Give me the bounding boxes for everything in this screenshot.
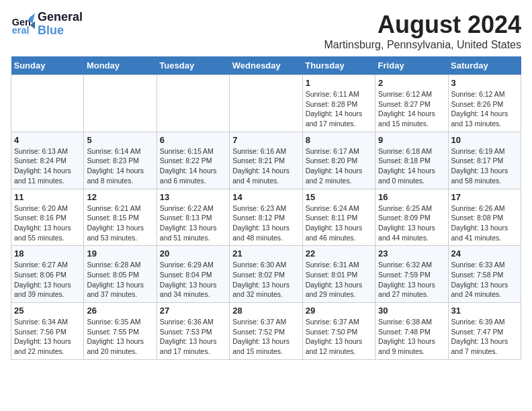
day-number: 3 [451,78,518,88]
calendar-cell: 19Sunrise: 6:28 AM Sunset: 8:05 PM Dayli… [84,246,157,303]
logo-icon: Gen eral [11,12,35,36]
day-info: Sunrise: 6:37 AM Sunset: 7:52 PM Dayligh… [232,317,299,357]
header-saturday: Saturday [448,56,521,75]
calendar-cell [11,75,84,132]
day-number: 6 [160,135,226,145]
day-number: 4 [14,135,81,145]
calendar-week-3: 11Sunrise: 6:20 AM Sunset: 8:16 PM Dayli… [11,189,521,246]
calendar-cell: 22Sunrise: 6:31 AM Sunset: 8:01 PM Dayli… [302,246,375,303]
day-number: 21 [232,248,299,259]
calendar-cell: 9Sunrise: 6:18 AM Sunset: 8:18 PM Daylig… [375,132,448,189]
day-info: Sunrise: 6:30 AM Sunset: 8:02 PM Dayligh… [232,260,299,300]
day-number: 1 [306,78,372,88]
calendar-cell: 31Sunrise: 6:39 AM Sunset: 7:47 PM Dayli… [448,303,521,360]
calendar-cell [157,75,229,132]
calendar-cell [84,75,157,132]
calendar-cell: 16Sunrise: 6:25 AM Sunset: 8:09 PM Dayli… [375,189,448,246]
day-info: Sunrise: 6:34 AM Sunset: 7:56 PM Dayligh… [14,317,81,357]
day-info: Sunrise: 6:33 AM Sunset: 7:58 PM Dayligh… [451,260,518,300]
calendar-week-4: 18Sunrise: 6:27 AM Sunset: 8:06 PM Dayli… [11,246,521,303]
calendar-cell: 25Sunrise: 6:34 AM Sunset: 7:56 PM Dayli… [11,303,84,360]
day-info: Sunrise: 6:12 AM Sunset: 8:26 PM Dayligh… [451,89,518,129]
day-number: 13 [160,192,226,202]
day-info: Sunrise: 6:26 AM Sunset: 8:08 PM Dayligh… [451,203,518,243]
header-sunday: Sunday [11,56,84,75]
calendar-cell: 13Sunrise: 6:22 AM Sunset: 8:13 PM Dayli… [157,189,229,246]
calendar-table: SundayMondayTuesdayWednesdayThursdayFrid… [11,56,521,360]
day-info: Sunrise: 6:39 AM Sunset: 7:47 PM Dayligh… [451,317,518,357]
day-info: Sunrise: 6:29 AM Sunset: 8:04 PM Dayligh… [160,260,226,300]
header-thursday: Thursday [302,56,375,75]
day-number: 16 [378,192,445,202]
day-number: 20 [160,248,226,259]
day-number: 27 [160,306,226,316]
day-info: Sunrise: 6:25 AM Sunset: 8:09 PM Dayligh… [378,203,445,243]
calendar-week-2: 4Sunrise: 6:13 AM Sunset: 8:24 PM Daylig… [11,132,521,189]
day-info: Sunrise: 6:32 AM Sunset: 7:59 PM Dayligh… [378,260,445,300]
day-number: 8 [306,135,372,145]
svg-text:eral: eral [12,25,30,36]
day-info: Sunrise: 6:19 AM Sunset: 8:17 PM Dayligh… [451,146,518,186]
day-number: 7 [232,135,299,145]
logo: Gen eral General Blue [11,11,83,38]
calendar-cell: 8Sunrise: 6:17 AM Sunset: 8:20 PM Daylig… [302,132,375,189]
calendar-cell: 6Sunrise: 6:15 AM Sunset: 8:22 PM Daylig… [157,132,229,189]
day-number: 25 [14,306,81,316]
day-number: 29 [306,306,372,316]
day-number: 23 [378,248,445,259]
day-number: 11 [14,192,81,202]
calendar-cell: 24Sunrise: 6:33 AM Sunset: 7:58 PM Dayli… [448,246,521,303]
day-info: Sunrise: 6:15 AM Sunset: 8:22 PM Dayligh… [160,146,226,186]
calendar-cell: 15Sunrise: 6:24 AM Sunset: 8:11 PM Dayli… [302,189,375,246]
day-info: Sunrise: 6:17 AM Sunset: 8:20 PM Dayligh… [306,146,372,186]
day-number: 18 [14,248,81,259]
calendar-cell: 28Sunrise: 6:37 AM Sunset: 7:52 PM Dayli… [230,303,302,360]
calendar-cell: 1Sunrise: 6:11 AM Sunset: 8:28 PM Daylig… [302,75,375,132]
day-info: Sunrise: 6:23 AM Sunset: 8:12 PM Dayligh… [232,203,299,243]
day-info: Sunrise: 6:13 AM Sunset: 8:24 PM Dayligh… [14,146,81,186]
day-info: Sunrise: 6:24 AM Sunset: 8:11 PM Dayligh… [306,203,372,243]
calendar-cell: 2Sunrise: 6:12 AM Sunset: 8:27 PM Daylig… [375,75,448,132]
day-number: 19 [87,248,153,259]
day-info: Sunrise: 6:16 AM Sunset: 8:21 PM Dayligh… [232,146,299,186]
day-info: Sunrise: 6:35 AM Sunset: 7:55 PM Dayligh… [87,317,153,357]
header-friday: Friday [375,56,448,75]
day-number: 17 [451,192,518,202]
calendar-cell: 18Sunrise: 6:27 AM Sunset: 8:06 PM Dayli… [11,246,84,303]
calendar-cell: 27Sunrise: 6:36 AM Sunset: 7:53 PM Dayli… [157,303,229,360]
logo-blue: Blue [38,24,64,37]
logo-general: General [38,10,83,24]
title-area: August 2024 Martinsburg, Pennsylvania, U… [324,11,521,51]
calendar-cell: 7Sunrise: 6:16 AM Sunset: 8:21 PM Daylig… [230,132,302,189]
day-number: 9 [378,135,445,145]
calendar-cell: 23Sunrise: 6:32 AM Sunset: 7:59 PM Dayli… [375,246,448,303]
calendar-cell: 14Sunrise: 6:23 AM Sunset: 8:12 PM Dayli… [230,189,302,246]
day-info: Sunrise: 6:18 AM Sunset: 8:18 PM Dayligh… [378,146,445,186]
day-info: Sunrise: 6:37 AM Sunset: 7:50 PM Dayligh… [306,317,372,357]
day-info: Sunrise: 6:31 AM Sunset: 8:01 PM Dayligh… [306,260,372,300]
day-number: 10 [451,135,518,145]
month-year-title: August 2024 [324,11,521,39]
calendar-cell: 4Sunrise: 6:13 AM Sunset: 8:24 PM Daylig… [11,132,84,189]
day-number: 12 [87,192,153,202]
day-info: Sunrise: 6:27 AM Sunset: 8:06 PM Dayligh… [14,260,81,300]
location-subtitle: Martinsburg, Pennsylvania, United States [324,39,521,51]
calendar-cell: 3Sunrise: 6:12 AM Sunset: 8:26 PM Daylig… [448,75,521,132]
calendar-cell: 29Sunrise: 6:37 AM Sunset: 7:50 PM Dayli… [302,303,375,360]
calendar-cell: 26Sunrise: 6:35 AM Sunset: 7:55 PM Dayli… [84,303,157,360]
day-number: 28 [232,306,299,316]
calendar-week-1: 1Sunrise: 6:11 AM Sunset: 8:28 PM Daylig… [11,75,521,132]
day-info: Sunrise: 6:28 AM Sunset: 8:05 PM Dayligh… [87,260,153,300]
day-number: 2 [378,78,445,88]
calendar-week-5: 25Sunrise: 6:34 AM Sunset: 7:56 PM Dayli… [11,303,521,360]
calendar-cell: 30Sunrise: 6:38 AM Sunset: 7:48 PM Dayli… [375,303,448,360]
day-number: 24 [451,248,518,259]
day-info: Sunrise: 6:20 AM Sunset: 8:16 PM Dayligh… [14,203,81,243]
page-header: Gen eral General Blue August 2024 Martin… [11,11,521,51]
logo-text: General Blue [38,11,83,38]
calendar-cell [230,75,302,132]
day-number: 22 [306,248,372,259]
day-number: 31 [451,306,518,316]
day-info: Sunrise: 6:11 AM Sunset: 8:28 PM Dayligh… [306,89,372,129]
day-number: 30 [378,306,445,316]
